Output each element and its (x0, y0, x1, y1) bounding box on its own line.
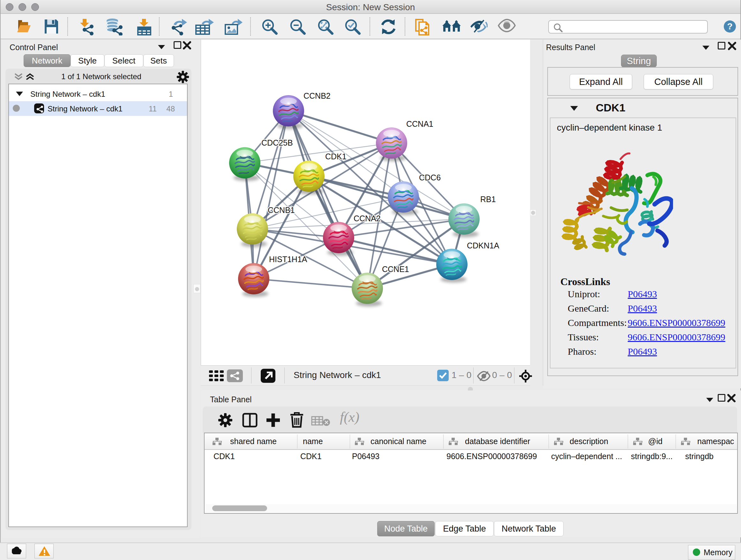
svg-text:CCNB2: CCNB2 (304, 91, 331, 100)
svg-text:CCNB1: CCNB1 (268, 206, 295, 214)
svg-text:CCNE1: CCNE1 (382, 265, 409, 273)
svg-text:RB1: RB1 (480, 195, 496, 204)
svg-text:HIST1H1A: HIST1H1A (269, 255, 307, 264)
svg-text:CDKN1A: CDKN1A (467, 241, 499, 250)
svg-text:CDC6: CDC6 (419, 173, 441, 182)
svg-text:CDC25B: CDC25B (261, 138, 293, 147)
svg-text:CDK1: CDK1 (325, 152, 347, 161)
svg-text:CCNA1: CCNA1 (406, 119, 433, 128)
svg-text:CCNA2: CCNA2 (354, 214, 381, 223)
